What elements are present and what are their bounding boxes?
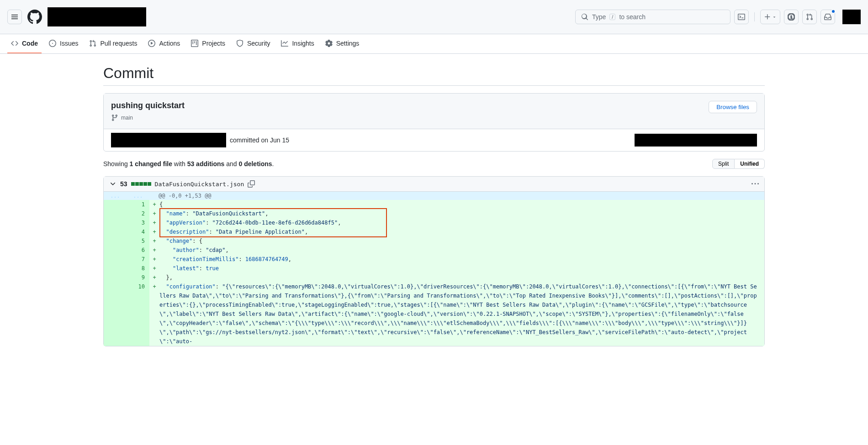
nav-actions[interactable]: Actions [144, 34, 184, 53]
svg-point-1 [790, 16, 792, 18]
global-header: Type / to search [0, 0, 868, 34]
search-placeholder-suffix: to search [619, 13, 646, 21]
author-redacted [111, 133, 226, 147]
file-changes-count: 53 [120, 180, 127, 188]
diff-view-toggle: Split Unified [712, 159, 765, 169]
shield-icon [236, 40, 243, 47]
commit-sha-redacted [635, 134, 757, 147]
committed-text: committed on Jun 15 [230, 136, 289, 144]
plus-icon [764, 13, 771, 21]
chevron-down-icon[interactable] [109, 180, 116, 188]
projects-icon [191, 40, 198, 47]
diff-line: 5+ "change": { [104, 236, 764, 246]
hamburger-menu[interactable] [7, 10, 22, 24]
split-view-button[interactable]: Split [712, 159, 735, 169]
user-avatar-redacted[interactable] [842, 10, 861, 24]
divider [754, 12, 755, 21]
search-input[interactable]: Type / to search [575, 10, 730, 24]
copy-icon[interactable] [248, 180, 255, 188]
issue-opened-icon [788, 13, 795, 21]
nav-insights-label: Insights [292, 40, 314, 47]
nav-projects-label: Projects [202, 40, 225, 47]
nav-security-label: Security [247, 40, 270, 47]
diff-line: 9+ }, [104, 273, 764, 282]
nav-insights[interactable]: Insights [277, 34, 318, 53]
notification-indicator [831, 9, 836, 14]
git-branch-icon [111, 114, 118, 121]
search-placeholder-prefix: Type [592, 13, 606, 21]
diff-line: 8+ "latest": true [104, 264, 764, 273]
filename[interactable]: DataFusionQuickstart.json [155, 181, 244, 188]
nav-code[interactable]: Code [7, 34, 42, 53]
commit-summary-box: pushing quickstart main Browse files com… [103, 93, 765, 152]
nav-code-label: Code [22, 40, 38, 47]
terminal-icon [738, 13, 745, 21]
diff-stat-squares [131, 182, 151, 186]
notifications-button[interactable] [820, 10, 835, 24]
page-title: Commit [103, 65, 765, 86]
issues-button[interactable] [784, 10, 799, 24]
github-logo[interactable] [27, 10, 42, 24]
command-palette-button[interactable] [734, 10, 749, 24]
nav-settings-label: Settings [336, 40, 360, 47]
nav-actions-label: Actions [159, 40, 180, 47]
branch-name[interactable]: main [121, 115, 133, 121]
repo-navigation: Code Issues Pull requests Actions Projec… [0, 34, 868, 54]
nav-security[interactable]: Security [233, 34, 274, 53]
kebab-icon[interactable] [752, 180, 759, 188]
search-kbd: / [609, 14, 615, 20]
unified-view-button[interactable]: Unified [735, 159, 765, 169]
actions-icon [148, 40, 155, 47]
hunk-header-row: ... ... @@ -0,0 +1,53 @@ [104, 192, 764, 200]
search-icon [581, 13, 588, 21]
diff-line: 2+ "name": "DataFusionQuickstart", [104, 209, 764, 218]
nav-settings[interactable]: Settings [322, 34, 363, 53]
pull-requests-button[interactable] [802, 10, 817, 24]
inbox-icon [824, 13, 831, 21]
diff-line: 10+ "configuration": "{\"resources\":{\"… [104, 282, 764, 346]
chevron-down-icon [772, 15, 777, 19]
hunk-header: @@ -0,0 +1,53 @@ [149, 192, 221, 200]
graph-icon [281, 40, 288, 47]
diff-line: 4+ "description": "Data Pipeline Applica… [104, 227, 764, 236]
nav-issues[interactable]: Issues [45, 34, 82, 53]
gear-icon [325, 40, 333, 47]
diff-summary: Showing 1 changed file with 53 additions… [103, 160, 274, 168]
repo-breadcrumb-redacted [48, 7, 146, 26]
diff-line: 6+ "author": "cdap", [104, 246, 764, 255]
commit-title: pushing quickstart [111, 101, 185, 110]
diff-line: 7+ "creationTimeMillis": 1686874764749, [104, 255, 764, 264]
git-pull-request-icon [806, 13, 813, 21]
nav-issues-label: Issues [60, 40, 78, 47]
nav-pulls-label: Pull requests [100, 40, 137, 47]
pulls-icon [89, 40, 96, 47]
nav-projects[interactable]: Projects [187, 34, 229, 53]
diff-content: ... ... @@ -0,0 +1,53 @@ 1+{2+ "name": "… [104, 192, 764, 346]
nav-pulls[interactable]: Pull requests [85, 34, 141, 53]
code-icon [11, 40, 18, 47]
create-new-button[interactable] [760, 10, 780, 24]
browse-files-button[interactable]: Browse files [709, 101, 757, 113]
diff-line: 1+{ [104, 200, 764, 209]
hamburger-icon [11, 13, 18, 21]
github-icon [27, 10, 42, 24]
diff-file-box: 53 DataFusionQuickstart.json ... ... @@ … [103, 176, 765, 346]
issues-icon [49, 40, 56, 47]
diff-line: 3+ "appVersion": "72c6d244-0bdb-11ee-8ef… [104, 218, 764, 227]
